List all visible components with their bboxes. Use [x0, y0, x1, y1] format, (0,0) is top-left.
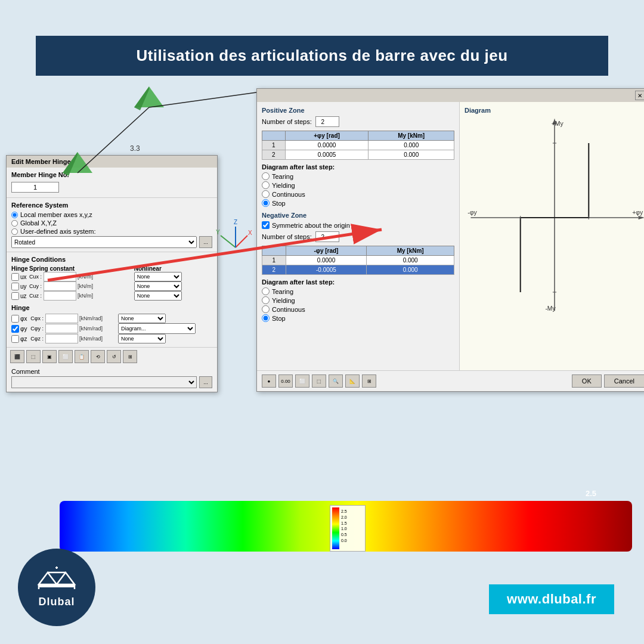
website-url: www.dlubal.fr [507, 592, 596, 606]
option-continuous[interactable]: Continuous [262, 190, 454, 198]
comment-section: Comment ... [7, 366, 217, 392]
option-yielding[interactable]: Yielding [262, 181, 454, 189]
svg-text:-My: -My [545, 305, 556, 312]
axis-browse-btn[interactable]: ... [199, 236, 212, 248]
ok-button[interactable]: OK [572, 374, 602, 388]
phiy-checkbox[interactable] [11, 325, 19, 333]
cphix-input[interactable] [45, 314, 78, 323]
toolbar-btn-7[interactable]: ↺ [107, 350, 121, 363]
col-nonlinear: Nonlinear [134, 265, 212, 272]
steps-spinner[interactable] [315, 116, 339, 127]
model-node-label: 3.3 [130, 144, 140, 153]
ref-user-label: User-defined axis system: [20, 228, 96, 235]
diagram-dialog: ✕ Positive Zone Number of steps: +φy [ra… [256, 88, 644, 392]
nonlinear-uz-select[interactable]: None [134, 291, 182, 301]
uy-checkbox[interactable] [11, 283, 19, 290]
ref-option-user[interactable]: User-defined axis system: [11, 228, 212, 235]
color-legend-panel: 2.5 2.0 1.5 1.0 0.5 0.0 [330, 505, 366, 552]
phix-checkbox[interactable] [11, 315, 19, 323]
hinge-uz-cell: uz [11, 291, 29, 301]
option-stop[interactable]: Stop [262, 199, 454, 207]
cphiy-input[interactable] [45, 324, 78, 333]
spring-phiz-cell: Cφz : [kNm/rad] [30, 334, 118, 343]
cancel-button[interactable]: Cancel [604, 374, 644, 388]
neg-my-1: 0.000 [367, 256, 454, 265]
negative-zone-label: Negative Zone [262, 212, 454, 219]
neg-option-continuous[interactable]: Continuous [262, 305, 454, 313]
after-step-options: Tearing Yielding Continuous Stop [262, 172, 454, 207]
diag-toolbar-btn-7[interactable]: ⊞ [362, 374, 376, 388]
spring-uy-cell: Cuy : [kN/m] [29, 281, 134, 291]
table-row: 1 0.0000 0.000 [262, 256, 454, 265]
toolbar-btn-5[interactable]: 📋 [75, 350, 89, 363]
close-button[interactable]: ✕ [635, 91, 644, 100]
nonlinear-phix-select[interactable]: None [118, 314, 166, 323]
svg-text:-φy: -φy [467, 209, 477, 216]
neg-option-tearing[interactable]: Tearing [262, 287, 454, 295]
phiz-checkbox[interactable] [11, 335, 19, 343]
table-row: ux Cux : [kN/m] None [11, 272, 212, 281]
table-row-selected: 2 -0.0005 0.000 [262, 265, 454, 275]
nonlinear-phiz-select[interactable]: None [118, 334, 166, 343]
toolbar-btn-2[interactable]: ⬚ [26, 350, 41, 363]
neg-after-step-label: Diagram after last step: [262, 278, 454, 286]
neg-option-yielding[interactable]: Yielding [262, 296, 454, 304]
svg-marker-29 [57, 572, 75, 584]
cux-input[interactable] [44, 272, 76, 281]
neg-my-2: 0.000 [367, 265, 454, 275]
steps-label: Number of steps: [262, 118, 312, 125]
ref-option-global[interactable]: Global X,Y,Z [11, 219, 212, 227]
neg-phi-2: -0.0005 [286, 265, 367, 275]
table-row: φy Cφy : [kNm/rad] Diagram... None [11, 323, 212, 334]
toolbar-btn-4[interactable]: ⬜ [58, 350, 73, 363]
toolbar-btn-1[interactable]: ⬛ [10, 350, 24, 363]
col-num [262, 131, 286, 141]
diag-toolbar-btn-4[interactable]: ⬚ [312, 374, 326, 388]
spring-phiy-cell: Cφy : [kNm/rad] [30, 323, 118, 334]
toolbar-btn-6[interactable]: ⟲ [91, 350, 105, 363]
table-row: φz Cφz : [kNm/rad] None [11, 334, 212, 343]
neg-steps-spinner[interactable] [315, 231, 339, 242]
symmetric-row: Symmetric about the origin [262, 221, 454, 229]
cphiz-input[interactable] [45, 334, 78, 343]
hinge-conditions-section: Hinge Conditions Hinge Spring constant N… [7, 252, 217, 347]
ref-option-local[interactable]: Local member axes x,y,z [11, 211, 212, 218]
cuz-input[interactable] [44, 291, 76, 301]
positive-zone-section: Positive Zone Number of steps: +φy [rad]… [262, 107, 454, 207]
nonlinear-phiy-cell: Diagram... None [118, 323, 212, 334]
diag-toolbar-btn-6[interactable]: 📐 [345, 374, 360, 388]
table-row: 1 0.0000 0.000 [262, 141, 454, 150]
left-panel: Positive Zone Number of steps: +φy [rad]… [257, 102, 460, 370]
diag-toolbar-btn-5[interactable]: 🔍 [329, 374, 343, 388]
neg-option-stop[interactable]: Stop [262, 314, 454, 322]
diag-toolbar-btn-3[interactable]: ⬜ [295, 374, 309, 388]
col-hinge: Hinge [11, 265, 29, 272]
comment-input[interactable] [11, 376, 197, 388]
neg-col-phi: -φy [rad] [286, 246, 367, 256]
table-row: uy Cuy : [kN/m] None [11, 281, 212, 291]
symmetric-checkbox[interactable] [262, 221, 270, 229]
toolbar-btn-8[interactable]: ⊞ [123, 350, 137, 363]
nonlinear-phiz-cell: None [118, 334, 212, 343]
rotated-select[interactable]: Rotated [11, 236, 197, 248]
nonlinear-uy-select[interactable]: None [134, 281, 182, 291]
nonlinear-ux-select[interactable]: None [134, 272, 182, 281]
svg-text:Y: Y [216, 229, 220, 236]
dialog-body: Positive Zone Number of steps: +φy [rad]… [257, 102, 644, 370]
neg-col-num [262, 246, 286, 256]
uz-checkbox[interactable] [11, 292, 19, 300]
phi-1: 0.0000 [285, 141, 369, 150]
dlubal-logo-circle: Dlubal [18, 549, 95, 626]
diag-toolbar-btn-2[interactable]: 0.00 [278, 374, 293, 388]
my-2: 0.000 [369, 150, 454, 160]
toolbar-btn-3[interactable]: ▣ [42, 350, 57, 363]
table-header-row: +φy [rad] My [kNm] [262, 131, 454, 141]
phi-2: 0.0005 [285, 150, 369, 160]
nonlinear-phiy-select[interactable]: Diagram... None [118, 323, 196, 334]
comment-btn[interactable]: ... [199, 376, 212, 388]
row-num-2: 2 [262, 150, 286, 160]
ux-checkbox[interactable] [11, 273, 19, 281]
diag-toolbar-btn-1[interactable]: ● [262, 374, 276, 388]
option-tearing[interactable]: Tearing [262, 172, 454, 180]
cuy-input[interactable] [44, 281, 76, 291]
